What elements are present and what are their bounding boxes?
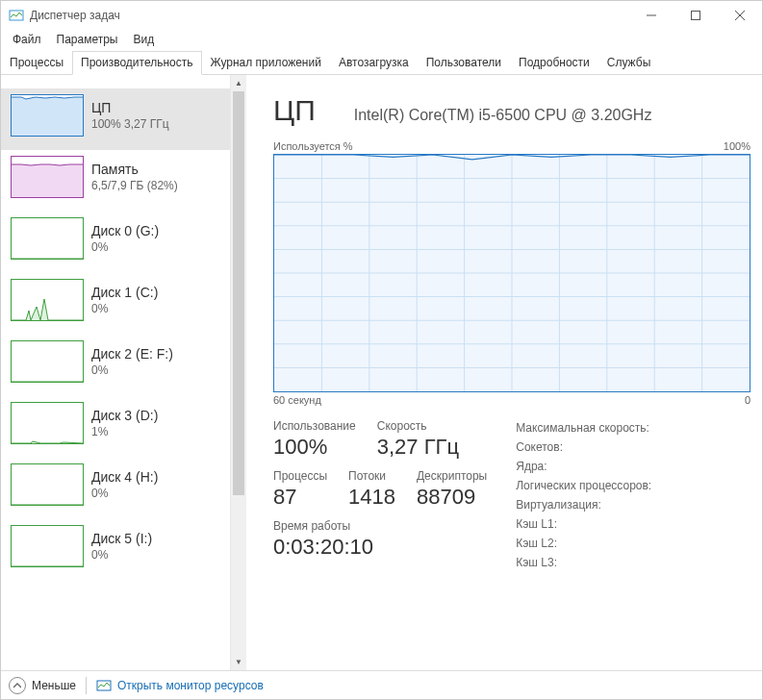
- close-button[interactable]: [718, 1, 762, 30]
- tab-services[interactable]: Службы: [598, 51, 659, 74]
- stat-label: Скорость: [377, 419, 459, 433]
- main-subtitle: Intel(R) Core(TM) i5-6500 CPU @ 3.20GHz: [354, 107, 652, 124]
- menu-view[interactable]: Вид: [125, 31, 162, 48]
- sidebar-item-subtitle: 0%: [91, 363, 173, 377]
- fewer-label: Меньше: [32, 679, 76, 692]
- sidebar-item-title: Диск 1 (C:): [91, 285, 158, 300]
- scroll-up-icon[interactable]: ▲: [231, 75, 246, 91]
- sidebar-thumbnail: [11, 525, 84, 567]
- stat-right-label: Кэш L2:: [516, 537, 651, 550]
- sidebar: ЦП 100% 3,27 ГГц Память 6,5/7,9 ГБ (82%)…: [1, 75, 246, 670]
- tab-details[interactable]: Подробности: [510, 51, 598, 74]
- chart-top-left-label: Используется %: [273, 140, 353, 152]
- stat-label: Потоки: [348, 469, 395, 483]
- stat-right-label: Виртуализация:: [516, 498, 651, 512]
- menu-options[interactable]: Параметры: [49, 31, 126, 48]
- stat-right-label: Ядра:: [516, 460, 651, 473]
- menubar: Файл Параметры Вид: [1, 30, 762, 49]
- status-separator: [86, 677, 87, 694]
- sidebar-thumbnail: [11, 217, 84, 260]
- scroll-thumb[interactable]: [233, 91, 244, 495]
- app-icon: [9, 8, 24, 23]
- stats-area: Использование 100%Скорость 3,27 ГГцПроце…: [273, 419, 750, 569]
- sidebar-item-subtitle: 1%: [91, 425, 158, 438]
- sidebar-item-text: Диск 2 (E: F:) 0%: [91, 346, 173, 377]
- sidebar-item[interactable]: Диск 0 (G:) 0%: [1, 212, 230, 273]
- main-panel: ЦП Intel(R) Core(TM) i5-6500 CPU @ 3.20G…: [246, 75, 762, 670]
- stat-row: Процессы 87Потоки 1418Дескрипторы 88709: [273, 469, 487, 510]
- sidebar-item-text: Диск 5 (I:) 0%: [91, 531, 152, 562]
- svg-rect-23: [97, 681, 111, 690]
- open-resmon-link[interactable]: Открыть монитор ресурсов: [96, 678, 264, 693]
- svg-rect-2: [692, 12, 700, 20]
- sidebar-thumbnail: [11, 402, 84, 444]
- sidebar-item-title: Диск 4 (H:): [91, 469, 158, 485]
- minimize-button[interactable]: [629, 1, 674, 30]
- tab-app-history[interactable]: Журнал приложений: [202, 51, 330, 74]
- tab-startup[interactable]: Автозагрузка: [330, 51, 418, 74]
- sidebar-item-title: ЦП: [91, 100, 169, 115]
- sidebar-thumbnail: [11, 463, 84, 506]
- sidebar-item-title: Диск 5 (I:): [91, 531, 152, 546]
- stat-label: Время работы: [273, 519, 373, 533]
- window-controls: [629, 1, 762, 30]
- sidebar-item-title: Диск 2 (E: F:): [91, 346, 173, 362]
- main-title: ЦП: [273, 94, 316, 127]
- sidebar-item-text: Диск 4 (H:) 0%: [91, 469, 158, 500]
- stat-label: Использование: [273, 419, 356, 433]
- sidebar-item[interactable]: Память 6,5/7,9 ГБ (82%): [1, 150, 230, 212]
- stat-right-label: Логических процессоров:: [516, 479, 651, 492]
- stat: Процессы 87: [273, 469, 327, 510]
- sidebar-item[interactable]: Диск 5 (I:) 0%: [1, 519, 230, 581]
- resmon-label: Открыть монитор ресурсов: [117, 679, 264, 692]
- sidebar-item-subtitle: 0%: [91, 302, 158, 315]
- fewer-details-button[interactable]: Меньше: [9, 677, 76, 694]
- stat-right-label: Кэш L3:: [516, 556, 651, 569]
- sidebar-item-subtitle: 0%: [91, 487, 158, 500]
- sidebar-thumbnail: [11, 94, 84, 137]
- cpu-usage-chart: [273, 154, 750, 392]
- stat-label: Процессы: [273, 469, 327, 483]
- tab-processes[interactable]: Процессы: [1, 51, 72, 74]
- sidebar-item-title: Диск 3 (D:): [91, 408, 158, 423]
- sidebar-item[interactable]: ЦП 100% 3,27 ГГц: [1, 88, 230, 150]
- main-header: ЦП Intel(R) Core(TM) i5-6500 CPU @ 3.20G…: [273, 94, 750, 127]
- window-title: Диспетчер задач: [30, 9, 629, 22]
- sidebar-item-subtitle: 0%: [91, 240, 159, 254]
- sidebar-item-subtitle: 100% 3,27 ГГц: [91, 117, 169, 131]
- stats-left: Использование 100%Скорость 3,27 ГГцПроце…: [273, 419, 487, 569]
- sidebar-thumbnail: [11, 340, 84, 383]
- menu-file[interactable]: Файл: [5, 31, 49, 48]
- chart-top-right-label: 100%: [724, 140, 750, 152]
- sidebar-item-text: ЦП 100% 3,27 ГГц: [91, 100, 169, 131]
- content-area: ЦП 100% 3,27 ГГц Память 6,5/7,9 ГБ (82%)…: [1, 75, 762, 670]
- scroll-down-icon[interactable]: ▼: [231, 654, 246, 670]
- stat-right-label: Максимальная скорость:: [516, 421, 651, 435]
- sidebar-thumbnail: [11, 279, 84, 321]
- chart-bottom-right-label: 0: [745, 394, 750, 406]
- sidebar-item[interactable]: Диск 2 (E: F:) 0%: [1, 335, 230, 396]
- sidebar-item[interactable]: Диск 4 (H:) 0%: [1, 458, 230, 519]
- stat: Время работы 0:03:20:10: [273, 519, 373, 560]
- sidebar-item-subtitle: 6,5/7,9 ГБ (82%): [91, 179, 178, 192]
- stat-right-label: Сокетов:: [516, 440, 651, 454]
- sidebar-item-title: Диск 0 (G:): [91, 223, 159, 238]
- sidebar-item[interactable]: Диск 1 (C:) 0%: [1, 273, 230, 335]
- stat: Скорость 3,27 ГГц: [377, 419, 459, 460]
- tab-performance[interactable]: Производительность: [72, 51, 201, 75]
- stat-value: 3,27 ГГц: [377, 435, 459, 460]
- stat: Использование 100%: [273, 419, 356, 460]
- tabstrip: Процессы Производительность Журнал прило…: [1, 51, 762, 75]
- tab-users[interactable]: Пользователи: [418, 51, 510, 74]
- sidebar-item[interactable]: Диск 3 (D:) 1%: [1, 396, 230, 458]
- sidebar-item-text: Диск 1 (C:) 0%: [91, 285, 158, 315]
- maximize-button[interactable]: [674, 1, 718, 30]
- sidebar-item-text: Память 6,5/7,9 ГБ (82%): [91, 162, 178, 192]
- sidebar-item-text: Диск 0 (G:) 0%: [91, 223, 159, 254]
- stat: Дескрипторы 88709: [417, 469, 487, 510]
- stat-right-label: Кэш L1:: [516, 517, 651, 531]
- chart-bottom-labels: 60 секунд 0: [273, 394, 750, 406]
- stat-value: 1418: [348, 485, 395, 510]
- scrollbar-vertical[interactable]: ▲ ▼: [230, 75, 246, 670]
- resmon-icon: [96, 678, 112, 693]
